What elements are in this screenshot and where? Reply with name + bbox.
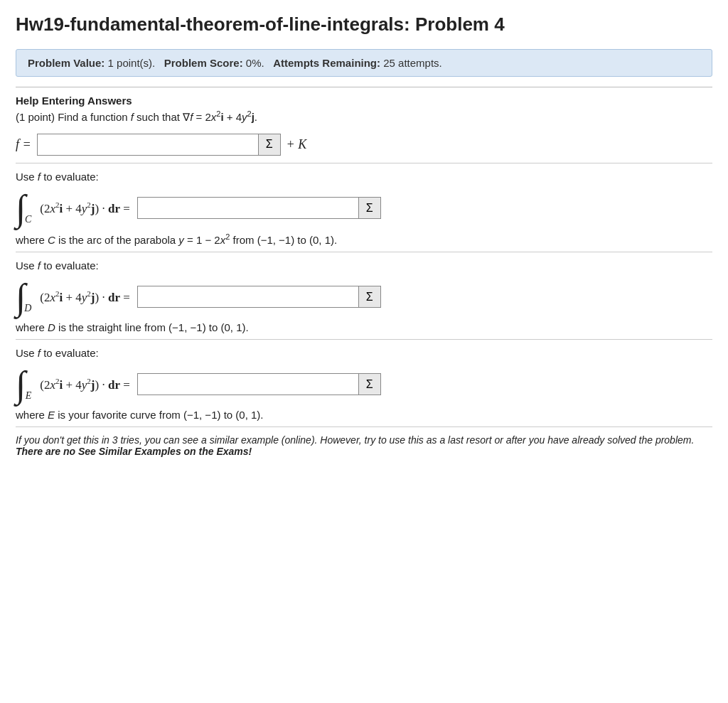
integral1-expr: (2x2i + 4y2j) · dr =: [40, 200, 130, 216]
integral3-symbol-wrapper: ∫ E: [16, 366, 26, 403]
f-label: f =: [16, 137, 31, 152]
divider-2: [16, 163, 712, 163]
help-description: (1 point) Find a function f such that ∇f…: [16, 109, 712, 124]
integral1-where: where C is the arc of the parabola y = 1…: [16, 232, 712, 246]
integral2-input-group: Σ: [137, 286, 381, 308]
page-title: Hw19-fundamental-theorem-of-line-integra…: [16, 13, 712, 36]
help-title: Help Entering Answers: [16, 95, 712, 107]
help-section: Help Entering Answers (1 point) Find a f…: [16, 95, 712, 124]
integral1-symbol-wrapper: ∫ C: [16, 190, 26, 227]
footer-note: If you don't get this in 3 tries, you ca…: [16, 434, 712, 457]
integral2-where: where D is the straight line from (−1, −…: [16, 321, 712, 333]
plus-k-label: + K: [287, 137, 307, 152]
problem-value-label: Problem Value:: [28, 57, 105, 69]
integral2-block: Use f to evaluate: ∫ D (2x2i + 4y2j) · d…: [16, 259, 712, 333]
integral2-symbol-wrapper: ∫ D: [16, 279, 26, 316]
integral2-input[interactable]: [138, 286, 358, 307]
use-f-text-1: Use f to evaluate:: [16, 171, 712, 183]
integral3-where: where E is your favorite curve from (−1,…: [16, 409, 712, 421]
integral1-input[interactable]: [138, 198, 358, 218]
attempts-remaining: 25 attempts.: [383, 57, 442, 69]
use-f-text-2: Use f to evaluate:: [16, 259, 712, 272]
integral3-symbol: ∫: [16, 366, 26, 403]
integral3-input-group: Σ: [137, 373, 381, 395]
attempts-label: Attempts Remaining:: [273, 57, 380, 69]
integral3-input[interactable]: [138, 374, 358, 395]
divider-3: [16, 252, 712, 252]
integral1-row: ∫ C (2x2i + 4y2j) · dr = Σ: [16, 190, 712, 227]
f-input-row: f = Σ + K: [16, 134, 712, 156]
f-input-group: Σ: [37, 134, 281, 156]
integral2-sub: D: [24, 303, 31, 314]
integral3-block: Use f to evaluate: ∫ E (2x2i + 4y2j) · d…: [16, 347, 712, 421]
use-f-text-3: Use f to evaluate:: [16, 347, 712, 359]
info-box: Problem Value: 1 point(s). Problem Score…: [16, 49, 712, 77]
integral1-sub: C: [25, 214, 31, 225]
f-input[interactable]: [38, 134, 258, 155]
divider-1: [16, 87, 712, 87]
problem-score: 0%.: [246, 57, 264, 69]
integral1-input-group: Σ: [137, 197, 381, 219]
divider-5: [16, 426, 712, 427]
integral1-block: Use f to evaluate: ∫ C (2x2i + 4y2j) · d…: [16, 171, 712, 246]
integral2-sigma-button[interactable]: Σ: [358, 286, 380, 307]
problem-value: 1 point(s).: [108, 57, 156, 69]
integral3-expr: (2x2i + 4y2j) · dr =: [40, 377, 130, 392]
integral3-sub: E: [26, 390, 32, 402]
divider-4: [16, 339, 712, 340]
problem-score-label: Problem Score:: [164, 57, 243, 69]
integral1-sigma-button[interactable]: Σ: [358, 198, 380, 218]
integral3-row: ∫ E (2x2i + 4y2j) · dr = Σ: [16, 366, 712, 403]
f-sigma-button[interactable]: Σ: [258, 134, 280, 155]
integral3-sigma-button[interactable]: Σ: [358, 374, 380, 395]
integral2-expr: (2x2i + 4y2j) · dr =: [40, 289, 130, 305]
integral2-row: ∫ D (2x2i + 4y2j) · dr = Σ: [16, 279, 712, 316]
